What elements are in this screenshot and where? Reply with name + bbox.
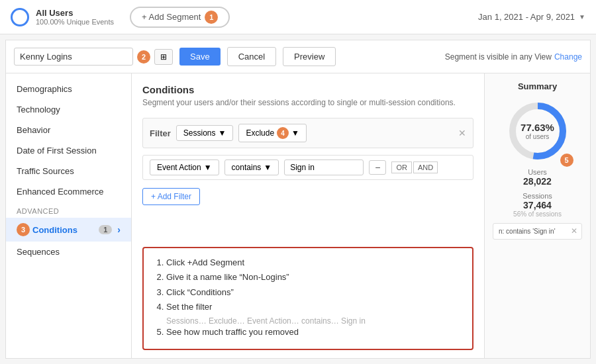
segment-header: 2 ⊞ Save Cancel Preview Segment is visib… (6, 40, 590, 73)
preview-button[interactable]: Preview (283, 47, 336, 66)
users-label: Users (493, 168, 582, 176)
filter-close-icon[interactable]: ✕ (458, 128, 466, 138)
advanced-section-label: Advanced (6, 202, 131, 218)
sidebar: Demographics Technology Behavior Date of… (6, 73, 132, 358)
badge-3: 3 (17, 223, 30, 236)
conditions-title: Conditions (142, 84, 473, 95)
top-bar: All Users 100.00% Unique Events + Add Se… (0, 0, 596, 34)
conditions-row: 3 Conditions (17, 223, 77, 236)
all-users: All Users 100.00% Unique Events (11, 8, 114, 26)
event-action-dropdown[interactable]: Event Action ▼ (150, 159, 219, 175)
instruction-item-1: Click +Add Segment (166, 256, 462, 269)
summary-title: Summary (493, 81, 582, 91)
sidebar-item-behavior[interactable]: Behavior (6, 120, 131, 140)
filter-row: Filter Sessions ▼ Exclude 4 ▼ ✕ (142, 118, 473, 148)
users-value: 28,022 (493, 176, 582, 187)
chevron-down-icon: ▼ (579, 13, 585, 21)
and-button[interactable]: AND (413, 161, 438, 173)
badge-4: 4 (277, 127, 289, 139)
date-range-text: Jan 1, 2021 - Apr 9, 2021 (478, 12, 575, 22)
cancel-button[interactable]: Cancel (227, 47, 276, 66)
segment-icon-button[interactable]: ⊞ (154, 49, 173, 65)
segment-visible: Segment is visible in any View Change (445, 52, 582, 62)
sidebar-item-enhanced-ecommerce[interactable]: Enhanced Ecommerce (6, 181, 131, 202)
sessions-label: Sessions (183, 128, 216, 138)
instruction-list-5: See how much traffic you removed (166, 326, 462, 339)
date-range[interactable]: Jan 1, 2021 - Apr 9, 2021 ▼ (478, 12, 585, 22)
or-and-buttons: OR AND (391, 161, 438, 173)
sidebar-item-demographics[interactable]: Demographics (6, 79, 131, 99)
instruction-list: Click +Add Segment Give it a name like “… (166, 256, 462, 314)
sidebar-item-conditions[interactable]: 3 Conditions 1 › (6, 218, 131, 242)
badge-1: 1 (205, 11, 218, 24)
exclude-chevron-icon: ▼ (291, 128, 299, 138)
filter-label: Filter (150, 128, 171, 138)
minus-button[interactable]: − (369, 160, 386, 175)
instruction-item-4: Set the filter (166, 300, 462, 314)
conditions-panel: Conditions Segment your users and/or the… (132, 73, 484, 358)
users-stat: Users 28,022 (493, 168, 582, 187)
main-container: 2 ⊞ Save Cancel Preview Segment is visib… (0, 34, 596, 364)
add-segment-label: + Add Segment (142, 12, 201, 22)
donut-center: 77.63% of users (521, 122, 554, 140)
all-users-title: All Users (36, 8, 114, 18)
all-users-sub: 100.00% Unique Events (36, 18, 114, 26)
donut-label: of users (521, 133, 554, 140)
all-users-text: All Users 100.00% Unique Events (36, 8, 114, 26)
top-left: All Users 100.00% Unique Events + Add Se… (11, 7, 230, 28)
event-action-label: Event Action (157, 163, 201, 172)
condition-row: Event Action ▼ contains ▼ − OR AND (142, 155, 473, 180)
instruction-item-3: Click “Conditions” (166, 286, 462, 299)
conditions-label: Conditions (32, 225, 77, 235)
segment-name-input[interactable] (14, 48, 133, 66)
sessions-dropdown[interactable]: Sessions ▼ (176, 125, 234, 141)
sidebar-item-traffic-sources[interactable]: Traffic Sources (6, 161, 131, 181)
all-users-icon (11, 8, 29, 26)
contains-chevron-icon: ▼ (264, 163, 272, 172)
sidebar-item-sequences[interactable]: Sequences (6, 242, 131, 262)
segment-visible-text: Segment is visible in any View (445, 52, 552, 62)
donut-chart: 77.63% of users 5 (505, 98, 571, 164)
instruction-filter-detail: Sessions… Exclude… Event Action… contain… (166, 316, 462, 326)
sidebar-item-date-of-first-session[interactable]: Date of First Session (6, 140, 131, 161)
instruction-item-5: See how much traffic you removed (166, 326, 462, 339)
sessions-stat: Sessions 37,464 56% of sessions (493, 192, 582, 218)
save-button[interactable]: Save (179, 48, 221, 66)
change-link[interactable]: Change (554, 52, 582, 62)
sessions-pct: 56% of sessions (493, 210, 582, 218)
conditions-count: 1 (99, 225, 112, 234)
sessions-chevron-icon: ▼ (219, 128, 226, 138)
exclude-label: Exclude (246, 128, 274, 138)
instruction-item-2: Give it a name like “Non-Logins” (166, 271, 462, 284)
instruction-box: Click +Add Segment Give it a name like “… (142, 247, 473, 351)
contains-label: contains (232, 163, 262, 172)
badge-5: 5 (560, 154, 573, 167)
badge-2: 2 (137, 50, 150, 64)
summary-panel: Summary 77.63% of users 5 Users (484, 73, 590, 358)
or-button[interactable]: OR (391, 161, 412, 173)
active-arrow-icon: › (117, 224, 121, 235)
editor-body: Demographics Technology Behavior Date of… (6, 73, 590, 358)
donut-pct: 77.63% (521, 122, 554, 133)
exclude-dropdown[interactable]: Exclude 4 ▼ (238, 124, 307, 142)
filter-info-box: ✕ n: contains 'Sign in' (493, 223, 582, 240)
sidebar-item-technology[interactable]: Technology (6, 99, 131, 120)
add-segment-button[interactable]: + Add Segment 1 (130, 7, 230, 28)
conditions-sub: Segment your users and/or their sessions… (142, 98, 473, 107)
add-filter-button[interactable]: + Add Filter (142, 188, 200, 205)
event-action-chevron-icon: ▼ (204, 163, 212, 172)
filter-info-close-icon[interactable]: ✕ (571, 226, 577, 236)
sign-in-input[interactable] (284, 159, 364, 175)
sessions-value: 37,464 (493, 200, 582, 210)
filter-info-text: n: contains 'Sign in' (499, 228, 556, 235)
sessions-label: Sessions (493, 192, 582, 200)
contains-dropdown[interactable]: contains ▼ (224, 159, 279, 175)
segment-editor: 2 ⊞ Save Cancel Preview Segment is visib… (5, 40, 591, 359)
